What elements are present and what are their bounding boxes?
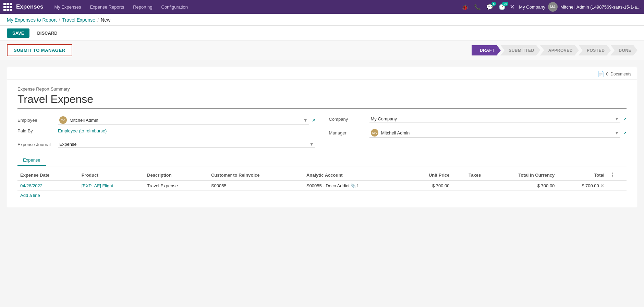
employee-dropdown[interactable]: MA Mitchell Admin ▼	[58, 116, 309, 125]
manager-ext-link[interactable]: ↗	[623, 131, 627, 135]
paid-by-field-group: Paid By Employee (to reimburse)	[17, 128, 315, 138]
form-card: 📄 0 Documents Expense Report Summary Tra…	[7, 67, 637, 207]
report-label: Expense Report Summary	[17, 86, 627, 92]
cell-empty	[607, 181, 627, 191]
company-ext-link[interactable]: ↗	[623, 117, 627, 121]
paid-by-label: Paid By	[17, 128, 55, 133]
company-name: My Company	[519, 4, 545, 10]
manager-avatar: MA	[371, 129, 378, 137]
menu-my-expenses[interactable]: My Expenses	[50, 3, 85, 11]
form-card-header: 📄 0 Documents	[7, 67, 637, 80]
menu-reporting[interactable]: Reporting	[129, 3, 156, 11]
expense-table: Expense Date Product Description Custome…	[17, 170, 627, 191]
journal-value: Expense	[59, 142, 308, 147]
status-submitted: SUBMITTED	[500, 45, 540, 56]
form-fields: Employee MA Mitchell Admin ▼ ↗ Company	[17, 116, 627, 148]
company-dropdown[interactable]: My Company ▼	[369, 116, 621, 122]
col-total: Total	[557, 170, 607, 181]
col-analytic: Analytic Account	[304, 170, 406, 181]
dropdown-arrow-journal: ▼	[309, 142, 314, 147]
tab-expense[interactable]: Expense	[17, 155, 46, 166]
company-field-group: Company My Company ▼ ↗	[329, 116, 627, 125]
chat-icon[interactable]: 💬 5	[485, 3, 495, 11]
action-bar: SAVE DISCARD	[0, 26, 644, 41]
status-bar: DRAFT SUBMITTED APPROVED POSTED DONE	[472, 45, 637, 56]
col-taxes: Taxes	[452, 170, 484, 181]
clip-count-value: 1	[356, 184, 359, 188]
document-count-value: 0	[606, 72, 609, 76]
journal-field-group: Expense Journal Expense ▼	[17, 141, 315, 148]
col-customer: Customer to Reinvoice	[208, 170, 304, 181]
status-approved: APPROVED	[540, 45, 579, 56]
clip-icon: 📎	[351, 184, 356, 188]
discard-button[interactable]: DISCARD	[32, 28, 62, 38]
top-menu: My Expenses Expense Reports Reporting Co…	[50, 3, 459, 11]
journal-row: Expense Journal Expense ▼	[17, 141, 315, 148]
apps-icon[interactable]	[3, 3, 12, 11]
add-line-button[interactable]: Add a line	[17, 191, 43, 200]
employee-label: Employee	[17, 118, 55, 123]
document-icon: 📄	[597, 71, 604, 77]
avatar: MA	[548, 2, 558, 12]
cell-product: [EXP_AF] Flight	[79, 181, 144, 191]
manager-field-group: Manager MA Mitchell Admin ▼ ↗	[329, 128, 627, 138]
company-row: Company My Company ▼ ↗	[329, 116, 627, 122]
dropdown-arrow-company: ▼	[615, 116, 619, 121]
phone-icon[interactable]: 📞	[473, 3, 482, 11]
dropdown-arrow: ▼	[303, 118, 308, 123]
manager-row: Manager MA Mitchell Admin ▼ ↗	[329, 128, 627, 138]
top-navigation: Expenses My Expenses Expense Reports Rep…	[0, 0, 644, 14]
table-menu-icon[interactable]: ⋮	[610, 172, 615, 178]
breadcrumb-my-expenses[interactable]: My Expenses to Report	[7, 17, 57, 23]
menu-expense-reports[interactable]: Expense Reports	[86, 3, 128, 11]
cell-total-currency: $ 700.00	[484, 181, 557, 191]
cell-customer: S00055	[208, 181, 304, 191]
breadcrumb-travel-expense[interactable]: Travel Expense	[62, 17, 95, 23]
dropdown-arrow-manager: ▼	[615, 130, 619, 135]
app-brand: Expenses	[16, 3, 43, 10]
col-date: Expense Date	[17, 170, 79, 181]
paid-by-row: Paid By Employee (to reimburse)	[17, 128, 315, 133]
clip-icon-group: 📎 1	[351, 184, 359, 188]
topnav-right-section: 🐞 📞 💬 5 🕐 29 ✕ My Company MA Mitchell Ad…	[460, 2, 641, 12]
submit-bar: SUBMIT TO MANAGER DRAFT SUBMITTED APPROV…	[0, 41, 644, 60]
remove-row-button[interactable]: ✕	[600, 183, 604, 188]
employee-value: Mitchell Admin	[68, 118, 302, 123]
employee-field-group: Employee MA Mitchell Admin ▼ ↗	[17, 116, 315, 125]
clock-icon[interactable]: 🕐 29	[497, 3, 507, 11]
cell-unit-price: $ 700.00	[406, 181, 452, 191]
manager-label: Manager	[329, 130, 367, 135]
company-label: Company	[329, 117, 367, 122]
close-icon[interactable]: ✕	[510, 3, 515, 11]
cell-description: Travel Expense	[144, 181, 208, 191]
bug-icon[interactable]: 🐞	[460, 3, 470, 11]
cell-taxes	[452, 181, 484, 191]
journal-label: Expense Journal	[17, 142, 55, 147]
paid-by-value: Employee (to reimburse)	[58, 128, 107, 133]
cell-total: $ 700.00 ✕	[557, 181, 607, 191]
expense-title[interactable]: Travel Expense	[17, 93, 627, 109]
status-draft: DRAFT	[472, 45, 501, 56]
save-button[interactable]: SAVE	[7, 28, 29, 38]
empty-field-group	[329, 141, 627, 148]
col-product: Product	[79, 170, 144, 181]
breadcrumb: My Expenses to Report / Travel Expense /…	[7, 17, 637, 23]
journal-dropdown[interactable]: Expense ▼	[58, 141, 315, 148]
cell-date: 04/28/2022	[17, 181, 79, 191]
employee-row: Employee MA Mitchell Admin ▼ ↗	[17, 116, 315, 125]
col-description: Description	[144, 170, 208, 181]
document-count-label: Documents	[610, 72, 631, 76]
table-row: 04/28/2022 [EXP_AF] Flight Travel Expens…	[17, 181, 627, 191]
cell-analytic: S00055 - Deco Addict 📎 1	[304, 181, 406, 191]
document-count[interactable]: 📄 0 Documents	[597, 71, 631, 77]
status-posted: POSTED	[579, 45, 611, 56]
submit-to-manager-button[interactable]: SUBMIT TO MANAGER	[7, 44, 72, 56]
menu-configuration[interactable]: Configuration	[157, 3, 192, 11]
col-actions: ⋮	[607, 170, 627, 181]
employee-avatar: MA	[59, 116, 67, 124]
col-unit-price: Unit Price	[406, 170, 452, 181]
clock-badge: 29	[502, 2, 508, 6]
manager-dropdown[interactable]: MA Mitchell Admin ▼	[369, 128, 621, 138]
chat-badge: 5	[491, 2, 496, 6]
employee-ext-link[interactable]: ↗	[312, 118, 315, 123]
